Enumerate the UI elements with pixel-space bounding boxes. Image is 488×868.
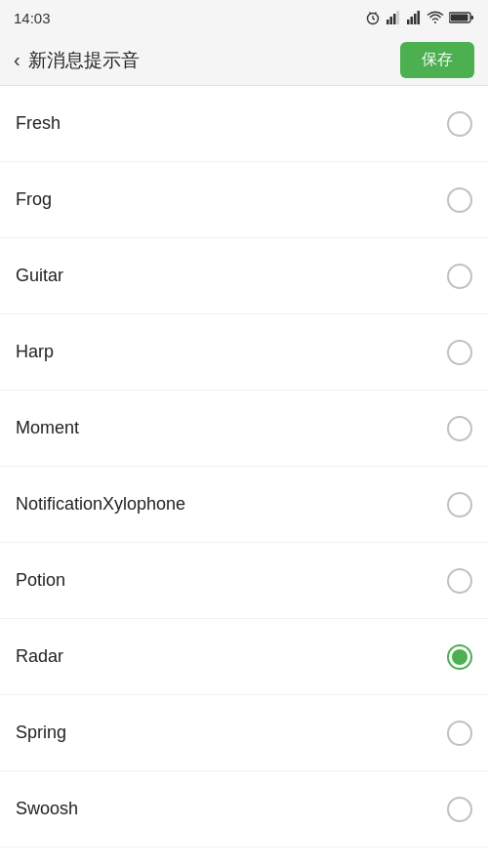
list-item-moment[interactable]: Moment: [0, 391, 488, 467]
header: ‹ 新消息提示音 保存: [0, 35, 488, 86]
battery-icon: [449, 11, 474, 24]
header-left: ‹ 新消息提示音: [14, 48, 140, 73]
sound-label-fresh: Fresh: [16, 113, 61, 134]
list-item-frog[interactable]: Frog: [0, 162, 488, 238]
sound-label-swoosh: Swoosh: [16, 799, 78, 819]
sound-label-spring: Spring: [16, 723, 66, 743]
list-item-harp[interactable]: Harp: [0, 314, 488, 391]
sound-label-frog: Frog: [16, 189, 52, 210]
status-bar: 14:03: [0, 0, 488, 35]
list-item-spring[interactable]: Spring: [0, 695, 488, 771]
svg-rect-14: [451, 15, 468, 21]
svg-rect-11: [414, 14, 417, 24]
sound-list: FreshFrogGuitarHarpMomentNotificationXyl…: [0, 86, 488, 847]
svg-rect-12: [418, 11, 421, 24]
list-item-guitar[interactable]: Guitar: [0, 238, 488, 314]
radio-notification-xylophone[interactable]: [447, 492, 472, 517]
sound-label-potion: Potion: [16, 570, 65, 591]
radio-spring[interactable]: [447, 721, 472, 746]
sound-label-harp: Harp: [16, 342, 54, 362]
wifi-icon: [427, 11, 444, 24]
radio-moment[interactable]: [447, 416, 472, 441]
sound-label-radar: Radar: [16, 646, 63, 667]
save-button[interactable]: 保存: [400, 42, 474, 78]
sound-label-moment: Moment: [16, 418, 79, 438]
alarm-icon: [365, 10, 381, 25]
list-item-potion[interactable]: Potion: [0, 543, 488, 619]
svg-rect-7: [393, 14, 396, 24]
back-button[interactable]: ‹: [14, 49, 20, 71]
radio-radar[interactable]: [447, 644, 472, 670]
radio-guitar[interactable]: [447, 264, 472, 289]
svg-rect-10: [411, 17, 414, 24]
radio-fresh[interactable]: [447, 111, 472, 137]
radio-frog[interactable]: [447, 187, 472, 213]
list-item-swoosh[interactable]: Swoosh: [0, 771, 488, 847]
list-item-notification-xylophone[interactable]: NotificationXylophone: [0, 467, 488, 543]
radio-harp[interactable]: [447, 340, 472, 365]
status-icons: [365, 10, 474, 25]
svg-rect-9: [407, 20, 410, 24]
list-item-radar[interactable]: Radar: [0, 619, 488, 695]
sound-label-notification-xylophone: NotificationXylophone: [16, 494, 185, 515]
radio-swoosh[interactable]: [447, 797, 472, 822]
svg-rect-6: [390, 17, 393, 24]
status-time: 14:03: [14, 10, 51, 26]
svg-rect-8: [397, 11, 400, 24]
svg-rect-5: [386, 20, 389, 24]
radio-potion[interactable]: [447, 568, 472, 594]
sound-label-guitar: Guitar: [16, 266, 63, 286]
page-title: 新消息提示音: [28, 48, 140, 73]
svg-rect-15: [471, 16, 474, 20]
signal2-icon: [406, 11, 422, 24]
signal1-icon: [386, 11, 401, 24]
list-item-fresh[interactable]: Fresh: [0, 86, 488, 162]
